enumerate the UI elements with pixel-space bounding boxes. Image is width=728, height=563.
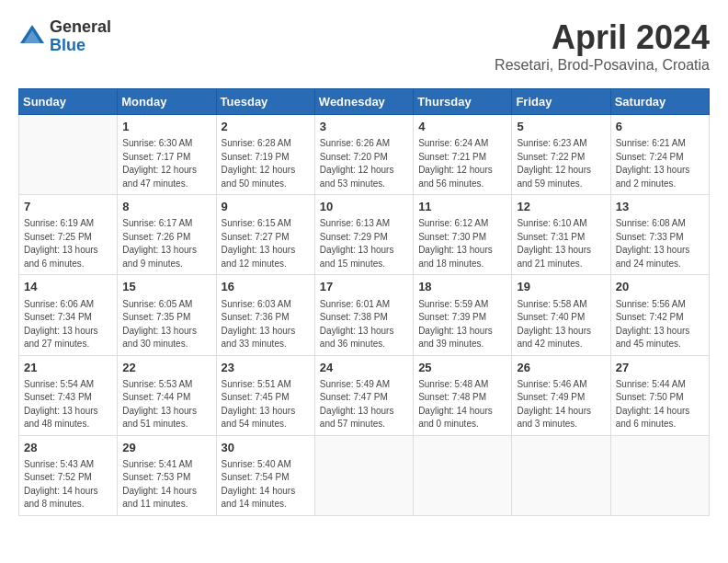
day-info: Sunrise: 6:21 AM Sunset: 7:24 PM Dayligh… (616, 137, 704, 190)
day-info: Sunrise: 5:56 AM Sunset: 7:42 PM Dayligh… (616, 298, 704, 351)
day-number: 23 (222, 360, 310, 376)
day-number: 15 (122, 279, 210, 295)
day-number: 1 (122, 119, 210, 135)
day-info: Sunrise: 6:26 AM Sunset: 7:20 PM Dayligh… (320, 137, 408, 190)
calendar-cell: 6Sunrise: 6:21 AM Sunset: 7:24 PM Daylig… (610, 115, 709, 195)
day-number: 29 (122, 440, 210, 456)
calendar-week-row: 7Sunrise: 6:19 AM Sunset: 7:25 PM Daylig… (19, 195, 710, 275)
calendar-cell: 7Sunrise: 6:19 AM Sunset: 7:25 PM Daylig… (19, 195, 118, 275)
day-number: 30 (222, 440, 310, 456)
calendar-cell: 22Sunrise: 5:53 AM Sunset: 7:44 PM Dayli… (118, 355, 216, 435)
day-info: Sunrise: 6:13 AM Sunset: 7:29 PM Dayligh… (320, 217, 408, 270)
day-number: 5 (517, 119, 605, 135)
day-number: 6 (616, 119, 704, 135)
calendar-cell: 12Sunrise: 6:10 AM Sunset: 7:31 PM Dayli… (512, 195, 610, 275)
calendar-cell: 13Sunrise: 6:08 AM Sunset: 7:33 PM Dayli… (610, 195, 709, 275)
calendar-cell: 30Sunrise: 5:40 AM Sunset: 7:54 PM Dayli… (216, 435, 314, 515)
day-number: 25 (418, 360, 506, 376)
weekday-header: Wednesday (314, 89, 413, 115)
calendar-cell (610, 435, 709, 515)
weekday-header: Friday (512, 89, 610, 115)
calendar-cell: 1Sunrise: 6:30 AM Sunset: 7:17 PM Daylig… (118, 115, 216, 195)
calendar-cell: 8Sunrise: 6:17 AM Sunset: 7:26 PM Daylig… (118, 195, 216, 275)
calendar-cell: 26Sunrise: 5:46 AM Sunset: 7:49 PM Dayli… (512, 355, 610, 435)
day-number: 27 (616, 360, 704, 376)
day-number: 19 (517, 279, 605, 295)
calendar-week-row: 28Sunrise: 5:43 AM Sunset: 7:52 PM Dayli… (19, 435, 710, 515)
weekday-header: Sunday (19, 89, 118, 115)
logo-blue: Blue (50, 37, 111, 55)
calendar-table: SundayMondayTuesdayWednesdayThursdayFrid… (18, 88, 710, 516)
calendar-cell: 2Sunrise: 6:28 AM Sunset: 7:19 PM Daylig… (216, 115, 314, 195)
calendar-cell: 25Sunrise: 5:48 AM Sunset: 7:48 PM Dayli… (414, 355, 512, 435)
month-title: April 2024 (495, 18, 710, 57)
calendar-cell: 20Sunrise: 5:56 AM Sunset: 7:42 PM Dayli… (610, 275, 709, 355)
calendar-cell: 9Sunrise: 6:15 AM Sunset: 7:27 PM Daylig… (216, 195, 314, 275)
logo: General Blue (18, 18, 111, 55)
calendar-cell: 16Sunrise: 6:03 AM Sunset: 7:36 PM Dayli… (216, 275, 314, 355)
calendar-cell: 21Sunrise: 5:54 AM Sunset: 7:43 PM Dayli… (19, 355, 118, 435)
logo-general: General (50, 18, 111, 37)
calendar-cell: 24Sunrise: 5:49 AM Sunset: 7:47 PM Dayli… (314, 355, 413, 435)
day-info: Sunrise: 6:17 AM Sunset: 7:26 PM Dayligh… (122, 217, 210, 270)
day-number: 24 (320, 360, 408, 376)
day-number: 4 (418, 119, 506, 135)
day-info: Sunrise: 5:41 AM Sunset: 7:53 PM Dayligh… (122, 458, 210, 511)
calendar-week-row: 1Sunrise: 6:30 AM Sunset: 7:17 PM Daylig… (19, 115, 710, 195)
day-number: 12 (517, 199, 605, 215)
day-number: 2 (222, 119, 310, 135)
day-info: Sunrise: 6:08 AM Sunset: 7:33 PM Dayligh… (616, 217, 704, 270)
day-info: Sunrise: 5:44 AM Sunset: 7:50 PM Dayligh… (616, 378, 704, 431)
day-number: 14 (24, 279, 112, 295)
calendar-cell (19, 115, 118, 195)
day-number: 7 (24, 199, 112, 215)
logo-icon (18, 23, 46, 51)
day-number: 16 (222, 279, 310, 295)
day-info: Sunrise: 5:54 AM Sunset: 7:43 PM Dayligh… (24, 378, 112, 431)
day-number: 28 (24, 440, 112, 456)
calendar-week-row: 21Sunrise: 5:54 AM Sunset: 7:43 PM Dayli… (19, 355, 710, 435)
day-info: Sunrise: 6:23 AM Sunset: 7:22 PM Dayligh… (517, 137, 605, 190)
day-number: 8 (122, 199, 210, 215)
calendar-cell: 23Sunrise: 5:51 AM Sunset: 7:45 PM Dayli… (216, 355, 314, 435)
calendar-cell: 4Sunrise: 6:24 AM Sunset: 7:21 PM Daylig… (414, 115, 512, 195)
day-info: Sunrise: 6:05 AM Sunset: 7:35 PM Dayligh… (122, 298, 210, 351)
logo-text: General Blue (50, 18, 111, 55)
day-info: Sunrise: 5:58 AM Sunset: 7:40 PM Dayligh… (517, 298, 605, 351)
calendar-week-row: 14Sunrise: 6:06 AM Sunset: 7:34 PM Dayli… (19, 275, 710, 355)
day-number: 26 (517, 360, 605, 376)
calendar-cell (512, 435, 610, 515)
day-number: 20 (616, 279, 704, 295)
calendar-cell: 28Sunrise: 5:43 AM Sunset: 7:52 PM Dayli… (19, 435, 118, 515)
day-info: Sunrise: 6:12 AM Sunset: 7:30 PM Dayligh… (418, 217, 506, 270)
day-number: 18 (418, 279, 506, 295)
calendar-cell: 15Sunrise: 6:05 AM Sunset: 7:35 PM Dayli… (118, 275, 216, 355)
day-info: Sunrise: 5:40 AM Sunset: 7:54 PM Dayligh… (222, 458, 310, 511)
day-info: Sunrise: 5:49 AM Sunset: 7:47 PM Dayligh… (320, 378, 408, 431)
day-info: Sunrise: 5:59 AM Sunset: 7:39 PM Dayligh… (418, 298, 506, 351)
calendar-cell: 5Sunrise: 6:23 AM Sunset: 7:22 PM Daylig… (512, 115, 610, 195)
day-info: Sunrise: 6:19 AM Sunset: 7:25 PM Dayligh… (24, 217, 112, 270)
day-number: 21 (24, 360, 112, 376)
weekday-header: Thursday (414, 89, 512, 115)
page-header: General Blue April 2024 Resetari, Brod-P… (18, 18, 710, 74)
location-subtitle: Resetari, Brod-Posavina, Croatia (495, 57, 710, 74)
day-info: Sunrise: 6:10 AM Sunset: 7:31 PM Dayligh… (517, 217, 605, 270)
day-number: 17 (320, 279, 408, 295)
calendar-cell: 27Sunrise: 5:44 AM Sunset: 7:50 PM Dayli… (610, 355, 709, 435)
calendar-cell: 3Sunrise: 6:26 AM Sunset: 7:20 PM Daylig… (314, 115, 413, 195)
calendar-cell: 18Sunrise: 5:59 AM Sunset: 7:39 PM Dayli… (414, 275, 512, 355)
calendar-cell: 17Sunrise: 6:01 AM Sunset: 7:38 PM Dayli… (314, 275, 413, 355)
weekday-header: Monday (118, 89, 216, 115)
calendar-header-row: SundayMondayTuesdayWednesdayThursdayFrid… (19, 89, 710, 115)
day-info: Sunrise: 6:01 AM Sunset: 7:38 PM Dayligh… (320, 298, 408, 351)
day-info: Sunrise: 6:15 AM Sunset: 7:27 PM Dayligh… (222, 217, 310, 270)
day-info: Sunrise: 5:48 AM Sunset: 7:48 PM Dayligh… (418, 378, 506, 431)
weekday-header: Tuesday (216, 89, 314, 115)
day-number: 11 (418, 199, 506, 215)
title-section: April 2024 Resetari, Brod-Posavina, Croa… (495, 18, 710, 74)
calendar-cell: 10Sunrise: 6:13 AM Sunset: 7:29 PM Dayli… (314, 195, 413, 275)
day-number: 3 (320, 119, 408, 135)
calendar-cell: 11Sunrise: 6:12 AM Sunset: 7:30 PM Dayli… (414, 195, 512, 275)
day-number: 13 (616, 199, 704, 215)
